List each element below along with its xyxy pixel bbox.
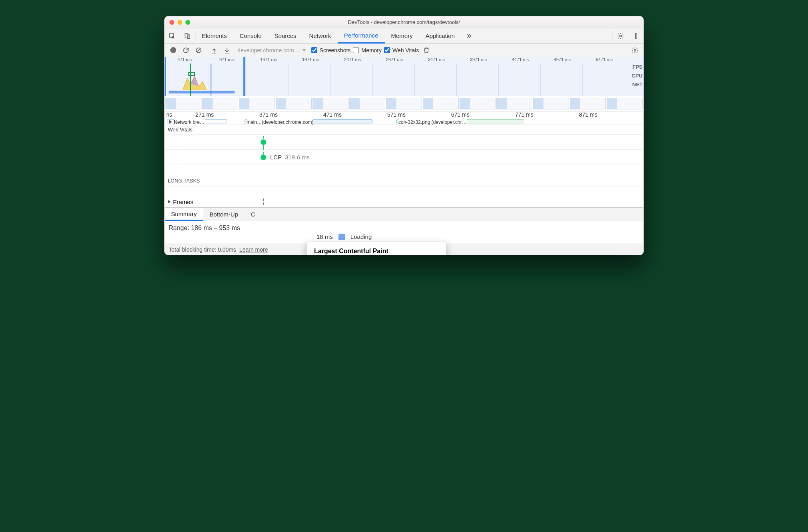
- label-net: NET: [632, 80, 643, 89]
- tooltip-title: Largest Contentful Paint: [314, 248, 439, 255]
- label-cpu: CPU: [632, 71, 643, 80]
- svg-point-6: [635, 37, 637, 38]
- filmstrip-thumb[interactable]: [607, 98, 643, 109]
- devtools-window: DevTools - developer.chrome.com/tags/dev…: [164, 16, 644, 255]
- legend-value: 18 ms: [316, 233, 333, 240]
- recording-dropdown-label: developer.chrome.com…: [237, 47, 300, 54]
- tab-application[interactable]: Application: [419, 28, 461, 43]
- flame-ruler-row[interactable]: ns 271 ms 371 ms 471 ms 571 ms 671 ms 77…: [165, 111, 643, 125]
- zoom-window-icon[interactable]: [185, 20, 190, 25]
- filmstrip-thumb[interactable]: [423, 98, 459, 109]
- memory-checkbox-input[interactable]: [353, 47, 359, 53]
- details-pane: Range: 186 ms – 953 ms 18 ms Loading: [165, 221, 643, 244]
- web-vitals-header[interactable]: Web Vitals: [165, 125, 643, 134]
- long-tasks-lane[interactable]: [165, 186, 643, 196]
- perf-toolbar: developer.chrome.com… Screenshots Memory…: [165, 44, 643, 57]
- screenshots-checkbox-input[interactable]: [311, 47, 317, 53]
- network-item[interactable]: main…(developer.chrome.com): [245, 119, 372, 123]
- network-item[interactable]: Network bre…: [167, 119, 227, 123]
- lcp-lane[interactable]: LCP 319.6 ms: [165, 149, 643, 165]
- svg-point-4: [635, 33, 637, 34]
- expand-icon[interactable]: [168, 200, 171, 204]
- frames-label: Frames: [173, 199, 193, 205]
- filmstrip-thumb[interactable]: [533, 98, 569, 109]
- screenshots-checkbox[interactable]: Screenshots: [311, 47, 351, 54]
- webvitals-checkbox[interactable]: Web Vitals: [384, 47, 419, 54]
- close-window-icon[interactable]: [169, 20, 174, 25]
- main-tabbar: Elements Console Sources Network Perform…: [165, 28, 643, 44]
- timeline-overview[interactable]: 471 ms 971 ms 1471 ms 1971 ms 2471 ms 29…: [165, 57, 643, 96]
- filmstrip-thumb[interactable]: [386, 98, 422, 109]
- tab-sources[interactable]: Sources: [268, 28, 303, 43]
- long-tasks-header[interactable]: LONG TASKS: [165, 176, 643, 186]
- svg-point-8: [634, 49, 636, 51]
- lcp-label: LCP: [270, 154, 282, 161]
- lcp-marker-icon[interactable]: [261, 155, 266, 160]
- spacer-lane: [165, 165, 643, 176]
- tab-elements[interactable]: Elements: [195, 28, 233, 43]
- webvitals-checkbox-input[interactable]: [384, 47, 390, 53]
- lcp-tooltip: Largest Contentful Paint Good≤ 2.50 s Ne…: [306, 242, 446, 255]
- upload-icon[interactable]: [209, 45, 219, 56]
- tab-memory[interactable]: Memory: [385, 28, 419, 43]
- svg-point-3: [620, 35, 622, 37]
- tab-summary[interactable]: Summary: [165, 208, 203, 221]
- summary-legend: 18 ms Loading: [316, 233, 372, 240]
- filmstrip-thumb[interactable]: [276, 98, 312, 109]
- filmstrip-thumb[interactable]: [239, 98, 275, 109]
- filmstrip-thumb[interactable]: [570, 98, 606, 109]
- settings-icon[interactable]: [613, 28, 628, 43]
- overview-selection[interactable]: [165, 57, 245, 96]
- lcp-text: LCP 319.6 ms: [270, 154, 310, 161]
- legend-label: Loading: [350, 233, 372, 240]
- overview-row-labels: FPS CPU NET: [632, 63, 643, 89]
- filmstrip-thumb[interactable]: [165, 98, 201, 109]
- selection-handle-left[interactable]: [164, 57, 166, 96]
- legend-color-loading: [338, 234, 345, 240]
- frames-row[interactable]: Frames: [165, 196, 643, 208]
- filmstrip-thumb[interactable]: [349, 98, 385, 109]
- tab-console[interactable]: Console: [233, 28, 268, 43]
- svg-point-5: [635, 35, 637, 36]
- traffic-lights: [165, 20, 190, 25]
- download-icon[interactable]: [222, 45, 232, 56]
- filmstrip-thumb[interactable]: [460, 98, 496, 109]
- capture-settings-icon[interactable]: [630, 45, 640, 56]
- minimize-window-icon[interactable]: [177, 20, 182, 25]
- selection-handle-right[interactable]: [243, 57, 245, 96]
- trash-icon[interactable]: [421, 45, 432, 56]
- tab-network[interactable]: Network: [303, 28, 338, 43]
- tbt-label: Total blocking time: 0.00ms: [169, 246, 236, 253]
- perf-content: 471 ms 971 ms 1471 ms 1971 ms 2471 ms 29…: [165, 57, 643, 244]
- record-icon[interactable]: [168, 45, 178, 56]
- network-item[interactable]: con-32x32.png (developer.chr…: [396, 119, 524, 123]
- clear-icon[interactable]: [193, 45, 204, 56]
- more-tabs-icon[interactable]: [461, 28, 476, 43]
- tab-bottom-up[interactable]: Bottom-Up: [203, 208, 245, 221]
- kebab-menu-icon[interactable]: [628, 28, 643, 43]
- fcp-marker-icon[interactable]: [261, 139, 266, 145]
- range-label: Range: 186 ms – 953 ms: [169, 224, 639, 232]
- web-vitals-section: Web Vitals LCP 319.6 ms LONG TASKS Frame…: [165, 125, 643, 208]
- frame-divider: [263, 199, 264, 205]
- window-title: DevTools - developer.chrome.com/tags/dev…: [165, 19, 643, 25]
- lcp-value: 319.6 ms: [285, 154, 310, 161]
- screenshot-filmstrip[interactable]: [165, 96, 643, 111]
- chevron-down-icon: [302, 49, 306, 52]
- learn-more-link[interactable]: Learn more: [239, 246, 268, 253]
- filmstrip-thumb[interactable]: [312, 98, 348, 109]
- titlebar[interactable]: DevTools - developer.chrome.com/tags/dev…: [165, 16, 643, 28]
- label-fps: FPS: [632, 63, 643, 71]
- filmstrip-thumb[interactable]: [202, 98, 238, 109]
- tab-more-hidden[interactable]: C: [245, 208, 262, 221]
- inspect-element-icon[interactable]: [165, 28, 180, 43]
- device-toolbar-icon[interactable]: [180, 28, 195, 43]
- tab-performance[interactable]: Performance: [338, 28, 385, 44]
- filmstrip-thumb[interactable]: [496, 98, 532, 109]
- recording-dropdown[interactable]: developer.chrome.com…: [237, 47, 306, 54]
- fcp-lane[interactable]: [165, 134, 643, 149]
- details-tabbar: Summary Bottom-Up C: [165, 208, 643, 221]
- network-bars: Network bre… main…(developer.chrome.com)…: [165, 119, 639, 124]
- memory-checkbox[interactable]: Memory: [353, 47, 382, 54]
- reload-record-icon[interactable]: [181, 45, 191, 56]
